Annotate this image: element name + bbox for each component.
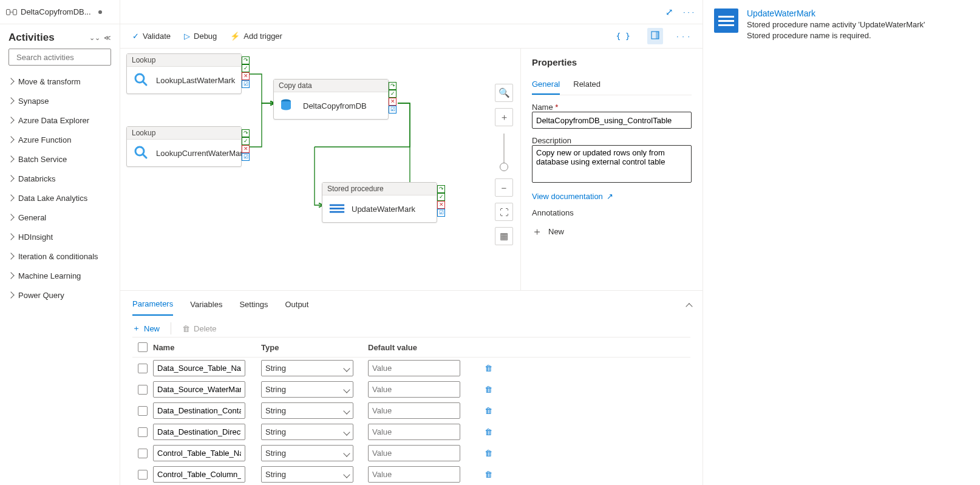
zoom-in-button[interactable]: ＋	[495, 108, 513, 126]
expand-all-icon[interactable]: ⌄⌄	[89, 34, 100, 42]
port-skip-icon[interactable]: ☑	[389, 106, 396, 114]
more-top-icon[interactable]: · · ·	[683, 7, 694, 16]
param-value-input[interactable]	[368, 402, 460, 419]
param-value-input[interactable]	[368, 445, 460, 461]
port-success-icon[interactable]: ↷	[437, 185, 445, 193]
pipeline-name-input[interactable]	[532, 112, 692, 129]
delete-parameter-button[interactable]: 🗑Delete	[182, 324, 217, 333]
port-completion-icon[interactable]: ✓	[437, 193, 445, 201]
zoom-slider[interactable]	[503, 134, 505, 171]
collapse-panel-icon[interactable]: ≪	[104, 34, 111, 42]
port-success-icon[interactable]: ↷	[389, 82, 396, 90]
fit-screen-icon[interactable]: ⛶	[495, 203, 513, 221]
canvas-search-icon[interactable]: 🔍	[495, 84, 513, 102]
port-completion-icon[interactable]: ✓	[242, 64, 250, 72]
toolbar-more-icon[interactable]: · · ·	[676, 32, 690, 41]
delete-row-icon[interactable]: 🗑	[485, 406, 492, 415]
bottom-tab-settings[interactable]: Settings	[239, 294, 268, 315]
sidebar-category[interactable]: Move & transform	[4, 72, 116, 91]
add-trigger-button[interactable]: ⚡Add trigger	[230, 32, 282, 41]
param-name-input[interactable]	[153, 466, 245, 483]
view-documentation-link[interactable]: View documentation ↗	[532, 192, 692, 201]
param-name-input[interactable]	[153, 402, 245, 419]
port-skip-icon[interactable]: ☑	[242, 80, 250, 88]
row-checkbox[interactable]	[138, 406, 148, 416]
sidebar-category[interactable]: Machine Learning	[4, 266, 116, 285]
activity-ports[interactable]: ↷✓✕☑	[389, 82, 396, 114]
pipeline-tab[interactable]: DeltaCopyfromDB...	[0, 0, 120, 24]
param-type-select[interactable]: String	[261, 360, 353, 376]
port-success-icon[interactable]: ↷	[242, 56, 250, 64]
props-tab-general[interactable]: General	[532, 75, 560, 95]
properties-toggle-icon[interactable]	[647, 28, 663, 44]
expand-icon[interactable]: ⤢	[665, 7, 673, 18]
port-failure-icon[interactable]: ✕	[242, 72, 250, 80]
sidebar-category[interactable]: Synapse	[4, 91, 116, 110]
sidebar-category[interactable]: General	[4, 208, 116, 227]
activity-UpdateWaterMark[interactable]: Stored procedureUpdateWaterMark↷✓✕☑	[322, 182, 437, 223]
sidebar-category[interactable]: Power Query	[4, 285, 116, 305]
delete-row-icon[interactable]: 🗑	[485, 364, 492, 373]
validate-button[interactable]: ✓Validate	[132, 32, 171, 41]
port-success-icon[interactable]: ↷	[242, 129, 250, 137]
param-name-input[interactable]	[153, 360, 245, 376]
sidebar-category[interactable]: Data Lake Analytics	[4, 188, 116, 208]
search-input[interactable]	[16, 53, 118, 62]
notification-title[interactable]: UpdateWaterMark	[747, 8, 925, 18]
search-input-wrap[interactable]	[9, 49, 111, 66]
row-checkbox[interactable]	[138, 364, 148, 373]
delete-row-icon[interactable]: 🗑	[485, 385, 492, 394]
row-checkbox[interactable]	[138, 449, 148, 458]
port-failure-icon[interactable]: ✕	[242, 145, 250, 153]
port-failure-icon[interactable]: ✕	[389, 98, 396, 106]
delete-row-icon[interactable]: 🗑	[485, 427, 492, 436]
sidebar-category[interactable]: Azure Function	[4, 130, 116, 149]
new-parameter-button[interactable]: ＋New	[132, 323, 160, 334]
activity-ports[interactable]: ↷✓✕☑	[242, 56, 250, 88]
param-type-select[interactable]: String	[261, 402, 353, 419]
param-value-input[interactable]	[368, 381, 460, 398]
bottom-tab-output[interactable]: Output	[285, 294, 308, 315]
row-checkbox[interactable]	[138, 427, 148, 437]
delete-row-icon[interactable]: 🗑	[485, 470, 492, 479]
props-tab-related[interactable]: Related	[573, 75, 601, 95]
port-skip-icon[interactable]: ☑	[242, 153, 250, 161]
param-type-select[interactable]: String	[261, 381, 353, 398]
param-value-input[interactable]	[368, 466, 460, 483]
add-annotation-button[interactable]: ＋New	[532, 225, 692, 239]
param-name-input[interactable]	[153, 445, 245, 461]
sidebar-category[interactable]: HDInsight	[4, 227, 116, 246]
param-type-select[interactable]: String	[261, 466, 353, 483]
select-all-checkbox[interactable]	[138, 342, 148, 352]
sidebar-category[interactable]: Iteration & conditionals	[4, 246, 116, 266]
delete-row-icon[interactable]: 🗑	[485, 449, 492, 458]
bottom-tab-variables[interactable]: Variables	[190, 294, 222, 315]
param-name-input[interactable]	[153, 424, 245, 440]
activity-ports[interactable]: ↷✓✕☑	[437, 185, 445, 217]
port-failure-icon[interactable]: ✕	[437, 201, 445, 209]
activity-DeltaCopyfromDB[interactable]: Copy dataDeltaCopyfromDB↷✓✕☑	[273, 79, 389, 120]
param-value-input[interactable]	[368, 424, 460, 440]
port-skip-icon[interactable]: ☑	[437, 209, 445, 217]
activity-LookupLastWaterMark[interactable]: LookupLookupLastWaterMark↷✓✕☑	[126, 53, 242, 94]
activity-ports[interactable]: ↷✓✕☑	[242, 129, 250, 161]
layout-icon[interactable]: ▦	[495, 227, 513, 245]
param-type-select[interactable]: String	[261, 445, 353, 461]
design-canvas[interactable]: 🔍 ＋ − ⛶ ▦ LookupLookupLastWaterMark↷✓✕☑L…	[120, 49, 520, 290]
sidebar-category[interactable]: Databricks	[4, 169, 116, 188]
port-completion-icon[interactable]: ✓	[389, 90, 396, 98]
sidebar-category[interactable]: Batch Service	[4, 149, 116, 169]
zoom-out-button[interactable]: −	[495, 178, 513, 197]
description-textarea[interactable]	[532, 145, 692, 183]
row-checkbox[interactable]	[138, 470, 148, 480]
bottom-tab-parameters[interactable]: Parameters	[132, 293, 173, 316]
sidebar-category[interactable]: Azure Data Explorer	[4, 110, 116, 130]
port-completion-icon[interactable]: ✓	[242, 137, 250, 145]
debug-button[interactable]: ▷Debug	[184, 32, 217, 41]
param-name-input[interactable]	[153, 381, 245, 398]
param-value-input[interactable]	[368, 360, 460, 376]
param-type-select[interactable]: String	[261, 424, 353, 440]
row-checkbox[interactable]	[138, 385, 148, 395]
code-view-icon[interactable]: { }	[612, 29, 633, 43]
activity-LookupCurrentWaterMark[interactable]: LookupLookupCurrentWaterMark↷✓✕☑	[126, 126, 242, 167]
